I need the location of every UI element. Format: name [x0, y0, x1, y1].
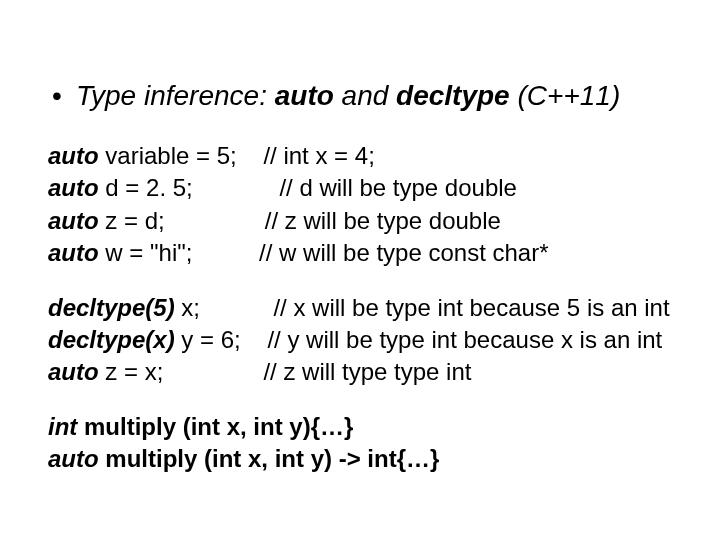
code-text: y = 6; // y will be type int because x i… [175, 326, 663, 353]
code-text: z = x; // z will type type int [99, 358, 472, 385]
code-text: w = "hi"; // w will be type const char* [99, 239, 549, 266]
code-text: variable = 5; // int x = 4; [99, 142, 375, 169]
kw-auto: auto [48, 358, 99, 385]
code-line: decltype(x) y = 6; // y will be type int… [48, 324, 672, 356]
kw-auto: auto [48, 239, 99, 266]
code-line: decltype(5) x; // x will be type int bec… [48, 292, 672, 324]
code-line: auto z = d; // z will be type double [48, 205, 672, 237]
kw-auto: auto [48, 207, 99, 234]
code-text: multiply (int x, int y){…} [77, 413, 353, 440]
code-line: auto w = "hi"; // w will be type const c… [48, 237, 672, 269]
heading-post: (C++11) [510, 80, 621, 111]
kw-auto: auto [48, 142, 99, 169]
code-text: x; // x will be type int because 5 is an… [175, 294, 670, 321]
code-block-decltype: decltype(5) x; // x will be type int bec… [48, 292, 672, 389]
code-line: auto variable = 5; // int x = 4; [48, 140, 672, 172]
code-block-auto: auto variable = 5; // int x = 4; auto d … [48, 140, 672, 270]
heading-mid: and [334, 80, 396, 111]
kw-auto: auto [48, 174, 99, 201]
kw-decltype: decltype(x) [48, 326, 175, 353]
code-block-multiply: int multiply (int x, int y){…} auto mult… [48, 411, 672, 476]
code-line: auto multiply (int x, int y) -> int{…} [48, 443, 672, 475]
code-text: multiply (int x, int y) -> int{…} [99, 445, 440, 472]
code-text: d = 2. 5; // d will be type double [99, 174, 517, 201]
code-line: auto d = 2. 5; // d will be type double [48, 172, 672, 204]
code-line: auto z = x; // z will type type int [48, 356, 672, 388]
slide: Type inference: auto and decltype (C++11… [0, 0, 720, 540]
heading-pre: Type inference: [76, 80, 275, 111]
kw-int: int [48, 413, 77, 440]
heading-kw-auto: auto [275, 80, 334, 111]
code-line: int multiply (int x, int y){…} [48, 411, 672, 443]
kw-auto: auto [48, 445, 99, 472]
code-text: z = d; // z will be type double [99, 207, 501, 234]
slide-heading: Type inference: auto and decltype (C++11… [48, 80, 672, 112]
kw-decltype: decltype(5) [48, 294, 175, 321]
heading-kw-decltype: decltype [396, 80, 510, 111]
